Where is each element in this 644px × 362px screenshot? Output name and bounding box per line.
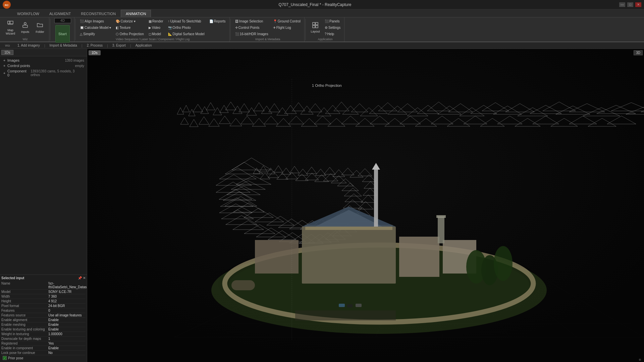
- prop-name: Name \\cr-tfs\DataSets\_New_Dataset...: [1, 281, 86, 290]
- wf-process[interactable]: 2. Process: [83, 43, 106, 48]
- prior-pose-checkbox[interactable]: ✓: [3, 356, 7, 360]
- tools-group-label: Wiz: [23, 38, 28, 41]
- hdr-images-button[interactable]: ⬛ 16-bit/HDR Images: [233, 31, 270, 37]
- control-points-button[interactable]: ✛ Control Points: [233, 24, 270, 31]
- image-selection-button[interactable]: 🖼 Image Selection: [233, 18, 270, 24]
- panels-icon: ⬛: [325, 19, 329, 23]
- svg-rect-9: [313, 25, 315, 28]
- start-button[interactable]: Start: [55, 25, 70, 43]
- prop-registered: Registered Yes: [1, 341, 86, 346]
- ground-control-button[interactable]: 📍 Ground Control: [271, 18, 302, 24]
- maximize-button[interactable]: □: [627, 2, 633, 7]
- viewport[interactable]: 1Ds 3D: [87, 49, 644, 362]
- prop-width: Width 7 360: [1, 294, 86, 299]
- scene-tree: + Images 1393 images + Control points em…: [0, 56, 87, 79]
- upload-sketchfab-button[interactable]: ↑ Upload To Sketchfab: [166, 18, 206, 24]
- video-label: Video: [152, 26, 160, 29]
- svg-rect-8: [316, 22, 318, 25]
- prop-downscale: Downscale for depth maps 1: [1, 337, 86, 341]
- panels-label: Panels: [329, 19, 340, 23]
- settings-button[interactable]: ⚙ Settings: [323, 24, 342, 31]
- help-icon: ?: [325, 32, 327, 36]
- viewport-3d-badge[interactable]: 3D: [634, 50, 643, 55]
- render-icon: ▦: [149, 19, 152, 23]
- title-bar: RC Q707_Unscaled_Final * - RealityCaptur…: [0, 0, 644, 9]
- cp-label: Control Points: [238, 26, 260, 29]
- tree-cp-label: Control points: [7, 64, 30, 68]
- viewport-toolbar: 1Ds: [89, 50, 101, 55]
- upload-icon: ↑: [168, 19, 170, 23]
- props-pin-icon[interactable]: 📌: [78, 276, 82, 280]
- inputs-icon: [22, 21, 29, 29]
- reports-button[interactable]: 📄 Reports: [208, 18, 227, 24]
- layout-button[interactable]: Layout: [308, 19, 322, 36]
- wf-import-metadata[interactable]: Import & Metadata: [46, 43, 81, 48]
- digital-surface-button[interactable]: 📐 Digital Surface Model: [166, 31, 206, 37]
- svg-rect-192: [438, 217, 444, 243]
- ribbon-group-import: 🖼 Image Selection ✛ Control Points ⬛ 16-…: [231, 17, 305, 42]
- prop-features: Features 0: [1, 308, 86, 313]
- model-button[interactable]: ◻ Model: [147, 31, 165, 37]
- props-close-icon[interactable]: ✕: [83, 276, 86, 280]
- hdr-icon: ⬛: [235, 32, 239, 36]
- wf-export[interactable]: 3. Export: [109, 43, 129, 48]
- ortho-photo-button[interactable]: 📷 Ortho Photo: [166, 24, 206, 31]
- colorize-button[interactable]: 🎨 Colorize ▾: [114, 18, 145, 24]
- simplify-icon: △: [80, 32, 83, 36]
- image-sel-label: Image Selection: [239, 19, 263, 23]
- properties-panel: Selected input 📌 ✕ Name \\cr-tfs\DataSet…: [0, 275, 87, 362]
- wf-application[interactable]: Application: [132, 43, 156, 48]
- map-button[interactable]: MapWizard: [3, 19, 17, 36]
- help-label: Help: [327, 32, 334, 36]
- workflow-bar: Wiz 1. Add imagery | Import & Metadata |…: [0, 42, 644, 49]
- scene-canvas: 1 Ortho Projection: [87, 49, 644, 362]
- layout-label: Layout: [311, 30, 320, 33]
- align-label: Align Images: [85, 19, 104, 23]
- folder-label: Folder: [36, 30, 44, 34]
- folder-button[interactable]: Folder: [33, 19, 47, 36]
- flight-log-button[interactable]: ✈ Flight Log: [271, 24, 302, 31]
- svg-rect-189: [255, 240, 299, 274]
- vp-1ds-badge[interactable]: 1Ds: [89, 50, 101, 55]
- tab-workflow[interactable]: WORKFLOW: [12, 10, 44, 17]
- panels-button[interactable]: ⬛ Panels: [323, 18, 342, 24]
- tab-reconstruction[interactable]: RECONSTRUCTION: [76, 10, 121, 17]
- sequence-input[interactable]: [54, 18, 71, 23]
- tree-item-component[interactable]: + Component 0 1393/1393 cams, 5 models, …: [1, 68, 86, 78]
- help-button[interactable]: ? Help: [323, 31, 342, 37]
- calculate-model-button[interactable]: 🔲 Calculate Model ▾: [78, 24, 113, 31]
- svg-rect-198: [295, 310, 396, 320]
- ribbon: MapWizard Inputs Folder Wiz Start: [0, 17, 644, 42]
- render-button[interactable]: ▦ Render: [147, 18, 165, 24]
- svg-rect-201: [356, 304, 362, 307]
- align-images-button[interactable]: ⬛ Align Images: [78, 18, 113, 24]
- window-title: Q707_Unscaled_Final * - RealityCapture: [11, 2, 619, 7]
- close-button[interactable]: ✕: [635, 2, 641, 7]
- inputs-button[interactable]: Inputs: [18, 19, 32, 36]
- prior-pose-row: ✓ Prior pose: [1, 355, 86, 361]
- minimize-button[interactable]: —: [619, 2, 625, 7]
- app-logo: RC: [3, 1, 11, 9]
- tree-item-control-points[interactable]: + Control points empty: [1, 63, 86, 68]
- sequence-group-label: Video Sequence / Laser Scan / Component …: [116, 38, 190, 41]
- cp-count: empty: [75, 64, 84, 68]
- layout-icon: [312, 22, 319, 29]
- ortho-proj-icon: ⬡: [116, 32, 119, 36]
- simplify-button[interactable]: △ Simplify: [78, 31, 113, 37]
- image-sel-icon: 🖼: [235, 19, 238, 23]
- video-button[interactable]: ▶ Video: [147, 24, 165, 31]
- dsm-label: Digital Surface Model: [173, 32, 205, 36]
- ortho-proj-button[interactable]: ⬡ Ortho Projection: [114, 31, 145, 37]
- svg-rect-187: [399, 237, 439, 277]
- texture-button[interactable]: ◧ Texture: [114, 24, 145, 31]
- tab-animation[interactable]: ANIMATION: [121, 10, 151, 17]
- hdr-label: 16-bit/HDR Images: [240, 32, 268, 36]
- tree-item-images[interactable]: + Images 1393 images: [1, 58, 86, 63]
- colorize-icon: 🎨: [116, 19, 120, 23]
- wf-add-imagery[interactable]: 1. Add imagery: [14, 43, 44, 48]
- ortho-photo-label: Ortho Photo: [173, 26, 191, 29]
- prop-enable-alignment: Enable alignment Enable: [1, 318, 86, 322]
- tab-alignment[interactable]: ALIGNMENT: [44, 10, 76, 17]
- svg-rect-2: [8, 21, 10, 24]
- main-area: 1Ds + Images 1393 images + Control point…: [0, 49, 644, 362]
